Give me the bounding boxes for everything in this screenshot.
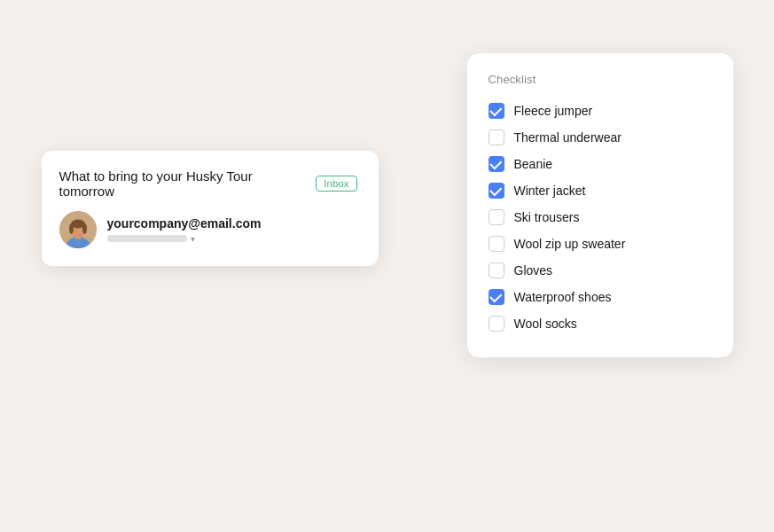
checklist-item[interactable]: Thermal underwear xyxy=(489,125,708,150)
checkbox-0[interactable] xyxy=(489,103,504,119)
sender-info: yourcompany@email.com ▾ xyxy=(107,216,262,244)
svg-point-5 xyxy=(69,223,74,234)
checklist-items: Fleece jumperThermal underwearBeanieWint… xyxy=(489,98,708,336)
checkbox-3[interactable] xyxy=(489,183,504,199)
checkbox-2[interactable] xyxy=(489,156,504,172)
checklist-label-4: Ski trousers xyxy=(514,210,580,224)
svg-point-6 xyxy=(82,223,87,234)
sender-bar xyxy=(107,235,187,242)
checkbox-7[interactable] xyxy=(489,289,504,305)
email-subject: What to bring to your Husky Tour tomorro… xyxy=(59,168,306,199)
checklist-item[interactable]: Winter jacket xyxy=(489,178,708,203)
scene: What to bring to your Husky Tour tomorro… xyxy=(42,53,733,479)
email-card: What to bring to your Husky Tour tomorro… xyxy=(42,151,379,266)
checklist-label-3: Winter jacket xyxy=(514,184,586,198)
inbox-badge[interactable]: Inbox xyxy=(316,176,356,192)
checklist-label-5: Wool zip up sweater xyxy=(514,237,626,251)
checklist-label-2: Beanie xyxy=(514,157,553,171)
checklist-item[interactable]: Gloves xyxy=(489,258,708,283)
email-sender-row: yourcompany@email.com ▾ xyxy=(59,211,357,248)
checkbox-4[interactable] xyxy=(489,209,504,225)
checklist-label-8: Wool socks xyxy=(514,317,577,331)
checklist-item[interactable]: Ski trousers xyxy=(489,205,708,230)
checklist-item[interactable]: Fleece jumper xyxy=(489,98,708,123)
checkbox-6[interactable] xyxy=(489,262,504,278)
email-subject-row: What to bring to your Husky Tour tomorro… xyxy=(59,168,357,199)
checkbox-8[interactable] xyxy=(489,316,504,332)
checklist-label-7: Waterproof shoes xyxy=(514,290,612,304)
dropdown-caret-icon[interactable]: ▾ xyxy=(191,234,195,244)
sender-line: ▾ xyxy=(107,234,262,244)
checklist-label-1: Thermal underwear xyxy=(514,130,622,145)
checklist-item[interactable]: Waterproof shoes xyxy=(489,285,708,309)
checklist-item[interactable]: Beanie xyxy=(489,152,708,176)
checkbox-5[interactable] xyxy=(489,236,504,252)
checklist-title: Checklist xyxy=(489,73,708,86)
avatar xyxy=(59,211,97,248)
checklist-item[interactable]: Wool zip up sweater xyxy=(489,231,708,256)
checklist-label-0: Fleece jumper xyxy=(514,104,593,118)
checklist-label-6: Gloves xyxy=(514,263,553,278)
checkbox-1[interactable] xyxy=(489,129,504,145)
checklist-item[interactable]: Wool socks xyxy=(489,311,708,336)
checklist-card: Checklist Fleece jumperThermal underwear… xyxy=(467,53,733,357)
sender-email: yourcompany@email.com xyxy=(107,216,262,231)
